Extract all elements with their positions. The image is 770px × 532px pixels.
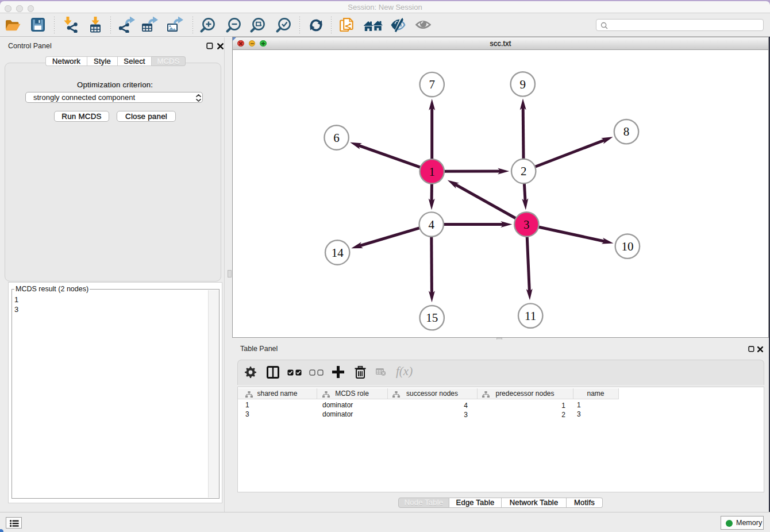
svg-text:11: 11 bbox=[525, 309, 536, 323]
svg-text:15: 15 bbox=[426, 311, 438, 325]
svg-text:7: 7 bbox=[429, 78, 435, 91]
svg-text:4: 4 bbox=[428, 218, 434, 232]
svg-text:2: 2 bbox=[521, 164, 527, 178]
svg-text:9: 9 bbox=[520, 78, 526, 91]
svg-text:10: 10 bbox=[621, 240, 633, 253]
svg-text:14: 14 bbox=[332, 246, 344, 260]
svg-text:1: 1 bbox=[429, 165, 435, 179]
svg-text:6: 6 bbox=[333, 131, 340, 145]
svg-text:3: 3 bbox=[523, 218, 530, 232]
svg-text:8: 8 bbox=[623, 125, 630, 138]
